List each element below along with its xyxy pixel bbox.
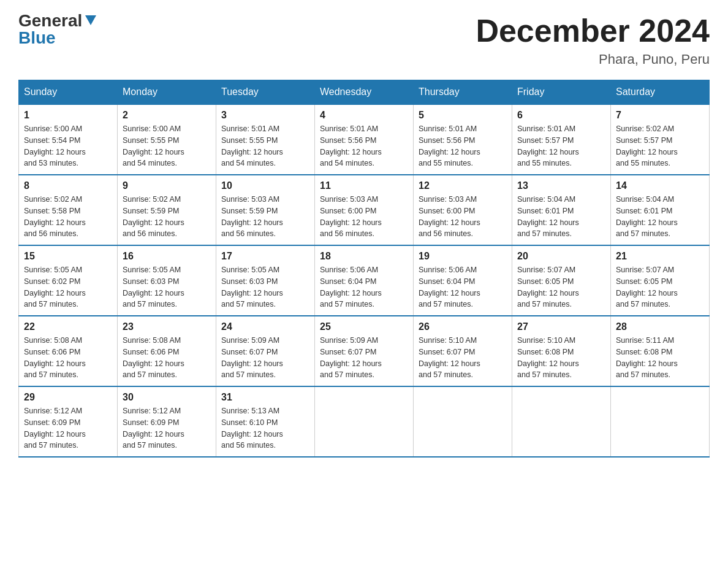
day-number-1: 1 [24, 110, 112, 121]
day-info-10: Sunrise: 5:03 AMSunset: 5:59 PMDaylight:… [221, 194, 309, 240]
day-cell-2: 2Sunrise: 5:00 AMSunset: 5:55 PMDaylight… [118, 104, 216, 175]
day-info-18: Sunrise: 5:06 AMSunset: 6:04 PMDaylight:… [320, 264, 408, 310]
header-wednesday: Wednesday [315, 80, 414, 105]
day-info-14: Sunrise: 5:04 AMSunset: 6:01 PMDaylight:… [616, 194, 704, 240]
day-number-2: 2 [123, 110, 211, 121]
day-info-16: Sunrise: 5:05 AMSunset: 6:03 PMDaylight:… [123, 264, 211, 310]
day-number-20: 20 [517, 251, 605, 262]
day-number-24: 24 [221, 321, 309, 332]
title-area: December 2024 Phara, Puno, Peru [476, 12, 710, 67]
header-monday: Monday [118, 80, 216, 105]
day-number-13: 13 [517, 180, 605, 191]
day-cell-24: 24Sunrise: 5:09 AMSunset: 6:07 PMDayligh… [216, 316, 315, 386]
day-cell-21: 21Sunrise: 5:07 AMSunset: 6:05 PMDayligh… [611, 245, 710, 316]
day-cell-28: 28Sunrise: 5:11 AMSunset: 6:08 PMDayligh… [611, 316, 710, 386]
header-row: SundayMondayTuesdayWednesdayThursdayFrid… [19, 80, 710, 105]
day-cell-4: 4Sunrise: 5:01 AMSunset: 5:56 PMDaylight… [315, 104, 414, 175]
day-cell-26: 26Sunrise: 5:10 AMSunset: 6:07 PMDayligh… [414, 316, 512, 386]
day-info-20: Sunrise: 5:07 AMSunset: 6:05 PMDaylight:… [517, 264, 605, 310]
header-thursday: Thursday [414, 80, 512, 105]
day-number-22: 22 [24, 321, 112, 332]
day-info-25: Sunrise: 5:09 AMSunset: 6:07 PMDaylight:… [320, 335, 408, 381]
day-number-23: 23 [123, 321, 211, 332]
day-number-8: 8 [24, 180, 112, 191]
day-cell-19: 19Sunrise: 5:06 AMSunset: 6:04 PMDayligh… [414, 245, 512, 316]
day-cell-15: 15Sunrise: 5:05 AMSunset: 6:02 PMDayligh… [19, 245, 118, 316]
empty-cell [512, 386, 611, 457]
week-row-4: 22Sunrise: 5:08 AMSunset: 6:06 PMDayligh… [19, 316, 710, 386]
day-number-4: 4 [320, 110, 408, 121]
week-row-3: 15Sunrise: 5:05 AMSunset: 6:02 PMDayligh… [19, 245, 710, 316]
page-header: General Blue December 2024 Phara, Puno, … [18, 12, 710, 67]
day-number-3: 3 [221, 110, 309, 121]
day-info-24: Sunrise: 5:09 AMSunset: 6:07 PMDaylight:… [221, 335, 309, 381]
header-saturday: Saturday [611, 80, 710, 105]
day-info-1: Sunrise: 5:00 AMSunset: 5:54 PMDaylight:… [24, 123, 112, 169]
logo: General Blue [18, 12, 97, 47]
calendar-subtitle: Phara, Puno, Peru [476, 52, 710, 67]
day-number-10: 10 [221, 180, 309, 191]
day-number-5: 5 [419, 110, 507, 121]
empty-cell [611, 386, 710, 457]
day-number-18: 18 [320, 251, 408, 262]
day-cell-23: 23Sunrise: 5:08 AMSunset: 6:06 PMDayligh… [118, 316, 216, 386]
day-number-29: 29 [24, 392, 112, 403]
day-info-22: Sunrise: 5:08 AMSunset: 6:06 PMDaylight:… [24, 335, 112, 381]
day-info-6: Sunrise: 5:01 AMSunset: 5:57 PMDaylight:… [517, 123, 605, 169]
logo-triangle-icon [84, 13, 97, 26]
day-number-30: 30 [123, 392, 211, 403]
calendar-table: SundayMondayTuesdayWednesdayThursdayFrid… [18, 80, 710, 458]
day-number-6: 6 [517, 110, 605, 121]
day-info-7: Sunrise: 5:02 AMSunset: 5:57 PMDaylight:… [616, 123, 704, 169]
day-number-15: 15 [24, 251, 112, 262]
day-cell-29: 29Sunrise: 5:12 AMSunset: 6:09 PMDayligh… [19, 386, 118, 457]
day-number-12: 12 [419, 180, 507, 191]
day-info-11: Sunrise: 5:03 AMSunset: 6:00 PMDaylight:… [320, 194, 408, 240]
header-tuesday: Tuesday [216, 80, 315, 105]
day-cell-14: 14Sunrise: 5:04 AMSunset: 6:01 PMDayligh… [611, 175, 710, 245]
day-number-14: 14 [616, 180, 704, 191]
svg-marker-0 [85, 15, 96, 25]
day-info-9: Sunrise: 5:02 AMSunset: 5:59 PMDaylight:… [123, 194, 211, 240]
day-cell-17: 17Sunrise: 5:05 AMSunset: 6:03 PMDayligh… [216, 245, 315, 316]
empty-cell [414, 386, 512, 457]
day-number-31: 31 [221, 392, 309, 403]
day-cell-20: 20Sunrise: 5:07 AMSunset: 6:05 PMDayligh… [512, 245, 611, 316]
day-cell-25: 25Sunrise: 5:09 AMSunset: 6:07 PMDayligh… [315, 316, 414, 386]
day-info-21: Sunrise: 5:07 AMSunset: 6:05 PMDaylight:… [616, 264, 704, 310]
logo-general: General [18, 12, 82, 29]
day-cell-7: 7Sunrise: 5:02 AMSunset: 5:57 PMDaylight… [611, 104, 710, 175]
day-number-21: 21 [616, 251, 704, 262]
day-cell-6: 6Sunrise: 5:01 AMSunset: 5:57 PMDaylight… [512, 104, 611, 175]
day-cell-12: 12Sunrise: 5:03 AMSunset: 6:00 PMDayligh… [414, 175, 512, 245]
day-info-26: Sunrise: 5:10 AMSunset: 6:07 PMDaylight:… [419, 335, 507, 381]
day-info-8: Sunrise: 5:02 AMSunset: 5:58 PMDaylight:… [24, 194, 112, 240]
day-cell-3: 3Sunrise: 5:01 AMSunset: 5:55 PMDaylight… [216, 104, 315, 175]
empty-cell [315, 386, 414, 457]
day-info-12: Sunrise: 5:03 AMSunset: 6:00 PMDaylight:… [419, 194, 507, 240]
logo-blue: Blue [18, 29, 56, 47]
day-cell-31: 31Sunrise: 5:13 AMSunset: 6:10 PMDayligh… [216, 386, 315, 457]
week-row-5: 29Sunrise: 5:12 AMSunset: 6:09 PMDayligh… [19, 386, 710, 457]
day-cell-1: 1Sunrise: 5:00 AMSunset: 5:54 PMDaylight… [19, 104, 118, 175]
day-cell-27: 27Sunrise: 5:10 AMSunset: 6:08 PMDayligh… [512, 316, 611, 386]
day-number-26: 26 [419, 321, 507, 332]
day-info-17: Sunrise: 5:05 AMSunset: 6:03 PMDaylight:… [221, 264, 309, 310]
day-info-23: Sunrise: 5:08 AMSunset: 6:06 PMDaylight:… [123, 335, 211, 381]
day-cell-11: 11Sunrise: 5:03 AMSunset: 6:00 PMDayligh… [315, 175, 414, 245]
day-info-28: Sunrise: 5:11 AMSunset: 6:08 PMDaylight:… [616, 335, 704, 381]
day-number-27: 27 [517, 321, 605, 332]
week-row-1: 1Sunrise: 5:00 AMSunset: 5:54 PMDaylight… [19, 104, 710, 175]
calendar-title: December 2024 [476, 12, 710, 49]
day-number-9: 9 [123, 180, 211, 191]
day-info-3: Sunrise: 5:01 AMSunset: 5:55 PMDaylight:… [221, 123, 309, 169]
day-cell-22: 22Sunrise: 5:08 AMSunset: 6:06 PMDayligh… [19, 316, 118, 386]
day-info-27: Sunrise: 5:10 AMSunset: 6:08 PMDaylight:… [517, 335, 605, 381]
day-info-19: Sunrise: 5:06 AMSunset: 6:04 PMDaylight:… [419, 264, 507, 310]
day-cell-13: 13Sunrise: 5:04 AMSunset: 6:01 PMDayligh… [512, 175, 611, 245]
day-info-15: Sunrise: 5:05 AMSunset: 6:02 PMDaylight:… [24, 264, 112, 310]
day-info-13: Sunrise: 5:04 AMSunset: 6:01 PMDaylight:… [517, 194, 605, 240]
header-friday: Friday [512, 80, 611, 105]
day-info-2: Sunrise: 5:00 AMSunset: 5:55 PMDaylight:… [123, 123, 211, 169]
day-number-28: 28 [616, 321, 704, 332]
